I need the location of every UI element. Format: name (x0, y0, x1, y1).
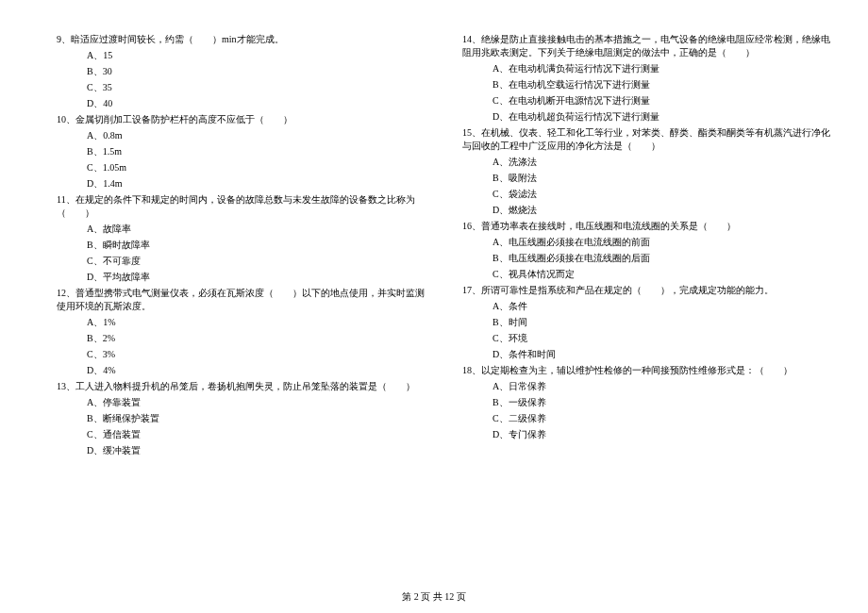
question-body: 金属切削加工设备防护栏杆的高度不应低于（ ） (75, 114, 292, 124)
option-a: A、条件 (492, 300, 830, 313)
right-column: 14、绝缘是防止直接接触电击的基本措施之一，电气设备的绝缘电阻应经常检测，绝缘电… (462, 33, 830, 580)
question-10: 10、金属切削加工设备防护栏杆的高度不应低于（ ） A、0.8m B、1.5m … (57, 113, 425, 191)
question-body: 工人进入物料提升机的吊笼后，卷扬机抱闸失灵，防止吊笼坠落的装置是（ ） (75, 381, 415, 391)
option-d: D、燃烧法 (492, 204, 830, 217)
question-body: 在机械、仪表、轻工和化工等行业，对苯类、醇类、酯类和酮类等有机蒸汽进行净化与回收… (462, 127, 830, 151)
question-text: 15、在机械、仪表、轻工和化工等行业，对苯类、醇类、酯类和酮类等有机蒸汽进行净化… (462, 126, 830, 153)
question-14: 14、绝缘是防止直接接触电击的基本措施之一，电气设备的绝缘电阻应经常检测，绝缘电… (462, 33, 830, 124)
question-num: 17、 (462, 285, 481, 295)
question-num: 10、 (57, 114, 75, 124)
question-num: 15、 (462, 127, 481, 138)
question-12: 12、普通型携带式电气测量仪表，必须在瓦斯浓度（ ）以下的地点使用，并实时监测使… (57, 287, 425, 377)
option-a: A、在电动机满负荷运行情况下进行测量 (492, 62, 830, 75)
option-d: D、1.4m (87, 177, 425, 191)
page-footer: 第 2 页 共 12 页 (0, 590, 868, 604)
question-body: 普通型携带式电气测量仪表，必须在瓦斯浓度（ ）以下的地点使用，并实时监测使用环境… (57, 288, 425, 311)
option-b: B、30 (87, 65, 425, 78)
option-a: A、洗涤法 (492, 156, 830, 169)
option-d: D、4% (87, 364, 425, 377)
question-body: 以定期检查为主，辅以维护性检修的一种间接预防性维修形式是：（ ） (481, 365, 793, 375)
option-b: B、断绳保护装置 (87, 412, 425, 425)
question-body: 暗适应过渡时间较长，约需（ ）min才能完成。 (71, 34, 284, 44)
option-c: C、环境 (492, 332, 830, 345)
option-c: C、通信装置 (87, 428, 425, 441)
question-16: 16、普通功率表在接线时，电压线圈和电流线圈的关系是（ ） A、电压线圈必须接在… (462, 220, 830, 281)
question-18: 18、以定期检查为主，辅以维护性检修的一种间接预防性维修形式是：（ ） A、日常… (462, 364, 830, 441)
option-b: B、在电动机空载运行情况下进行测量 (492, 78, 830, 91)
question-num: 11、 (57, 194, 75, 205)
question-13: 13、工人进入物料提升机的吊笼后，卷扬机抱闸失灵，防止吊笼坠落的装置是（ ） A… (57, 380, 425, 457)
question-17: 17、所谓可靠性是指系统和产品在规定的（ ），完成规定功能的能力。 A、条件 B… (462, 284, 830, 361)
option-b: B、一级保养 (492, 396, 830, 409)
question-body: 绝缘是防止直接接触电击的基本措施之一，电气设备的绝缘电阻应经常检测，绝缘电阻用兆… (462, 34, 830, 58)
left-column: 9、暗适应过渡时间较长，约需（ ）min才能完成。 A、15 B、30 C、35… (57, 33, 425, 580)
option-d: D、条件和时间 (492, 348, 830, 361)
question-text: 18、以定期检查为主，辅以维护性检修的一种间接预防性维修形式是：（ ） (462, 364, 830, 377)
option-c: C、在电动机断开电源情况下进行测量 (492, 94, 830, 108)
option-b: B、时间 (492, 316, 830, 329)
option-a: A、1% (87, 316, 425, 329)
option-c: C、不可靠度 (87, 255, 425, 268)
question-text: 10、金属切削加工设备防护栏杆的高度不应低于（ ） (57, 113, 425, 126)
option-c: C、二级保养 (492, 412, 830, 425)
option-a: A、停靠装置 (87, 396, 425, 409)
option-d: D、平均故障率 (87, 271, 425, 284)
option-c: C、视具体情况而定 (492, 268, 830, 281)
option-c: C、35 (87, 81, 425, 94)
question-text: 12、普通型携带式电气测量仪表，必须在瓦斯浓度（ ）以下的地点使用，并实时监测使… (57, 287, 425, 313)
question-11: 11、在规定的条件下和规定的时间内，设备的故障总数与未发生故障的设备数之比称为（… (57, 193, 425, 284)
option-a: A、电压线圈必须接在电流线圈的前面 (492, 236, 830, 249)
question-num: 9、 (57, 34, 71, 44)
option-d: D、在电动机超负荷运行情况下进行测量 (492, 110, 830, 124)
question-num: 13、 (57, 381, 75, 391)
question-text: 17、所谓可靠性是指系统和产品在规定的（ ），完成规定功能的能力。 (462, 284, 830, 297)
option-a: A、0.8m (87, 129, 425, 142)
question-num: 14、 (462, 34, 481, 44)
question-body: 在规定的条件下和规定的时间内，设备的故障总数与未发生故障的设备数之比称为（ ） (57, 194, 415, 218)
option-c: C、1.05m (87, 161, 425, 174)
question-text: 11、在规定的条件下和规定的时间内，设备的故障总数与未发生故障的设备数之比称为（… (57, 193, 425, 220)
question-body: 普通功率表在接线时，电压线圈和电流线圈的关系是（ ） (481, 221, 736, 231)
option-b: B、吸附法 (492, 172, 830, 185)
option-a: A、日常保养 (492, 380, 830, 393)
question-text: 13、工人进入物料提升机的吊笼后，卷扬机抱闸失灵，防止吊笼坠落的装置是（ ） (57, 380, 425, 393)
question-num: 16、 (462, 221, 481, 231)
option-c: C、袋滤法 (492, 188, 830, 201)
option-d: D、缓冲装置 (87, 444, 425, 457)
option-b: B、电压线圈必须接在电流线圈的后面 (492, 252, 830, 265)
question-text: 16、普通功率表在接线时，电压线圈和电流线圈的关系是（ ） (462, 220, 830, 233)
question-num: 18、 (462, 365, 481, 375)
option-b: B、1.5m (87, 145, 425, 158)
option-d: D、40 (87, 97, 425, 110)
option-a: A、15 (87, 49, 425, 62)
option-b: B、2% (87, 332, 425, 345)
option-c: C、3% (87, 348, 425, 361)
option-b: B、瞬时故障率 (87, 239, 425, 252)
option-a: A、故障率 (87, 223, 425, 236)
question-15: 15、在机械、仪表、轻工和化工等行业，对苯类、醇类、酯类和酮类等有机蒸汽进行净化… (462, 126, 830, 217)
question-text: 14、绝缘是防止直接接触电击的基本措施之一，电气设备的绝缘电阻应经常检测，绝缘电… (462, 33, 830, 59)
question-body: 所谓可靠性是指系统和产品在规定的（ ），完成规定功能的能力。 (481, 285, 774, 295)
question-text: 9、暗适应过渡时间较长，约需（ ）min才能完成。 (57, 33, 425, 46)
question-9: 9、暗适应过渡时间较长，约需（ ）min才能完成。 A、15 B、30 C、35… (57, 33, 425, 110)
option-d: D、专门保养 (492, 428, 830, 441)
question-num: 12、 (57, 288, 75, 298)
